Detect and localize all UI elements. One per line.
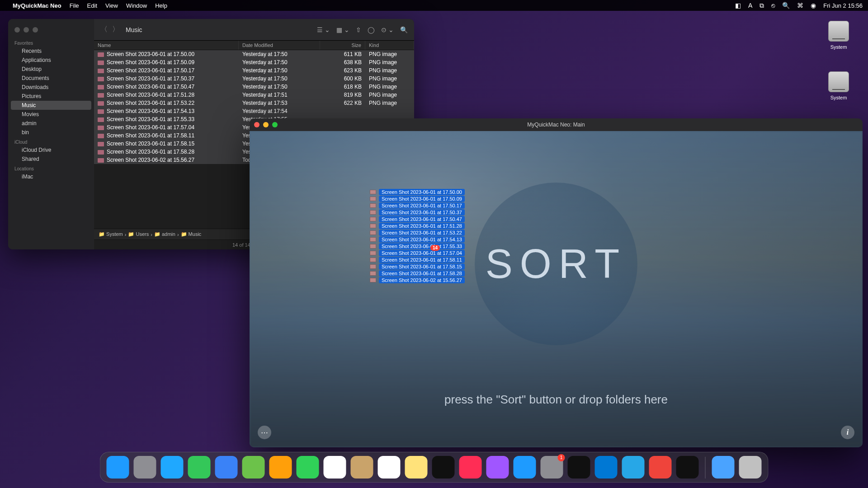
menu-edit[interactable]: Edit (87, 2, 97, 9)
file-icon (98, 134, 104, 138)
dock-app-tv[interactable] (432, 456, 455, 479)
file-icon (98, 158, 104, 163)
sidebar-item-bin[interactable]: bin (11, 128, 91, 137)
path-segment[interactable]: 📁 System (99, 231, 123, 237)
menubar-clock[interactable]: Fri Jun 2 15:56 (823, 2, 863, 9)
file-icon (98, 52, 104, 57)
dock-app-recorder[interactable] (676, 456, 699, 479)
forward-button[interactable]: 〉 (112, 25, 119, 34)
file-icon (98, 126, 104, 130)
file-icon (370, 237, 376, 242)
sidebar-item-applications[interactable]: Applications (11, 56, 91, 65)
input-source-icon[interactable]: A (748, 2, 752, 9)
app-drop-area[interactable]: SORT press the "Sort" button or drop fol… (250, 131, 863, 447)
dock-app-reminders[interactable] (378, 456, 401, 479)
dock-app-anydesk[interactable] (649, 456, 672, 479)
status-icon[interactable]: ◧ (735, 2, 741, 9)
dock-app-settings[interactable]: 1 (541, 456, 563, 479)
dock-app-facetime[interactable] (297, 456, 319, 479)
sidebar-item-imac[interactable]: iMac (11, 172, 91, 181)
file-row[interactable]: Screen Shot 2023-06-01 at 17.50.37Yester… (94, 75, 414, 83)
sidebar-item-recents[interactable]: Recents (11, 47, 91, 56)
dock-app-finder[interactable] (107, 456, 129, 479)
dock-app-mail[interactable] (215, 456, 238, 479)
desktop-drive[interactable]: System (823, 71, 854, 100)
sidebar-item-desktop[interactable]: Desktop (11, 65, 91, 74)
minimize-button[interactable] (24, 27, 29, 33)
dock-app-notes[interactable] (405, 456, 428, 479)
back-button[interactable]: 〈 (100, 25, 108, 34)
menu-window[interactable]: Window (126, 2, 147, 9)
more-button[interactable]: ⋯ (258, 426, 271, 439)
sidebar-item-music[interactable]: Music (11, 101, 91, 110)
dock-trash[interactable] (739, 456, 762, 479)
path-segment[interactable]: 📁 Music (181, 231, 202, 237)
zoom-button[interactable] (272, 122, 278, 127)
view-mode-button[interactable]: ☰ ⌄ (317, 26, 330, 33)
app-window[interactable]: MyQuickMac Neo: Main SORT press the "Sor… (250, 118, 863, 447)
file-row[interactable]: Screen Shot 2023-06-01 at 17.53.22Yester… (94, 99, 414, 107)
close-button[interactable] (254, 122, 259, 127)
column-name[interactable]: Name (94, 41, 239, 50)
drag-item-label: Screen Shot 2023-06-01 at 17.58.28 (379, 270, 465, 277)
group-button[interactable]: ▦ ⌄ (336, 26, 349, 33)
dock-app-launchpad[interactable] (134, 456, 156, 479)
sidebar-item-documents[interactable]: Documents (11, 74, 91, 83)
dock-app-messages[interactable] (188, 456, 211, 479)
column-date[interactable]: Date Modified (239, 41, 320, 50)
column-size[interactable]: Size (320, 41, 365, 50)
dock[interactable]: 1 (100, 452, 769, 483)
control-center-icon[interactable]: ⌘ (797, 2, 803, 9)
path-segment[interactable]: 📁 admin (154, 231, 175, 237)
menu-help[interactable]: Help (155, 2, 167, 9)
dock-app-calendar[interactable] (324, 456, 346, 479)
file-row[interactable]: Screen Shot 2023-06-01 at 17.50.00Yester… (94, 50, 414, 58)
file-row[interactable]: Screen Shot 2023-06-01 at 17.51.28Yester… (94, 91, 414, 99)
tags-button[interactable]: ◯ (368, 26, 375, 33)
zoom-button[interactable] (33, 27, 38, 33)
dock-app-music[interactable] (459, 456, 482, 479)
sidebar-item-movies[interactable]: Movies (11, 110, 91, 119)
file-row[interactable]: Screen Shot 2023-06-01 at 17.50.09Yester… (94, 58, 414, 66)
column-kind[interactable]: Kind (365, 41, 414, 50)
battery-icon[interactable]: ⎋ (771, 2, 775, 9)
dock-app-vscode[interactable] (595, 456, 618, 479)
stage-manager-icon[interactable]: ⧉ (760, 2, 764, 9)
file-name: Screen Shot 2023-06-01 at 17.51.28 (107, 92, 194, 98)
dock-app-appstore[interactable] (514, 456, 536, 479)
actions-button[interactable]: ⊙ ⌄ (381, 26, 394, 33)
search-button[interactable]: 🔍 (400, 26, 408, 33)
info-button[interactable]: i (841, 426, 854, 439)
dock-app-maps[interactable] (242, 456, 265, 479)
app-titlebar[interactable]: MyQuickMac Neo: Main (250, 118, 863, 131)
path-segment[interactable]: 📁 Users (128, 231, 149, 237)
dock-app-terminal[interactable] (568, 456, 590, 479)
close-button[interactable] (14, 27, 20, 33)
sidebar-item-icloud-drive[interactable]: iCloud Drive (11, 145, 91, 155)
dock-downloads[interactable] (712, 456, 735, 479)
drag-item-label: Screen Shot 2023-06-01 at 17.58.15 (379, 263, 465, 270)
dock-app-telegram[interactable] (622, 456, 645, 479)
file-row[interactable]: Screen Shot 2023-06-01 at 17.50.47Yester… (94, 83, 414, 91)
spotlight-icon[interactable]: 🔍 (782, 2, 790, 9)
minimize-button[interactable] (263, 122, 269, 127)
menu-file[interactable]: File (70, 2, 79, 9)
app-menu[interactable]: MyQuickMac Neo (13, 2, 61, 9)
sidebar-item-admin[interactable]: admin (11, 119, 91, 128)
sidebar-section-icloud: iCloud (8, 137, 94, 145)
dock-app-contacts[interactable] (351, 456, 373, 479)
dock-app-safari[interactable] (161, 456, 184, 479)
file-row[interactable]: Screen Shot 2023-06-01 at 17.50.17Yester… (94, 66, 414, 75)
sidebar-item-downloads[interactable]: Downloads (11, 83, 91, 92)
desktop-drive[interactable]: System (823, 21, 854, 50)
menu-view[interactable]: View (105, 2, 118, 9)
sort-button[interactable]: SORT (475, 183, 637, 345)
sidebar-item-shared[interactable]: Shared (11, 155, 91, 164)
file-icon (370, 251, 376, 255)
sidebar-item-pictures[interactable]: Pictures (11, 92, 91, 101)
file-row[interactable]: Screen Shot 2023-06-01 at 17.54.13Yester… (94, 107, 414, 115)
share-button[interactable]: ⇧ (356, 26, 361, 33)
dock-app-photos[interactable] (269, 456, 292, 479)
dock-app-podcasts[interactable] (486, 456, 509, 479)
siri-icon[interactable]: ◉ (811, 2, 816, 9)
